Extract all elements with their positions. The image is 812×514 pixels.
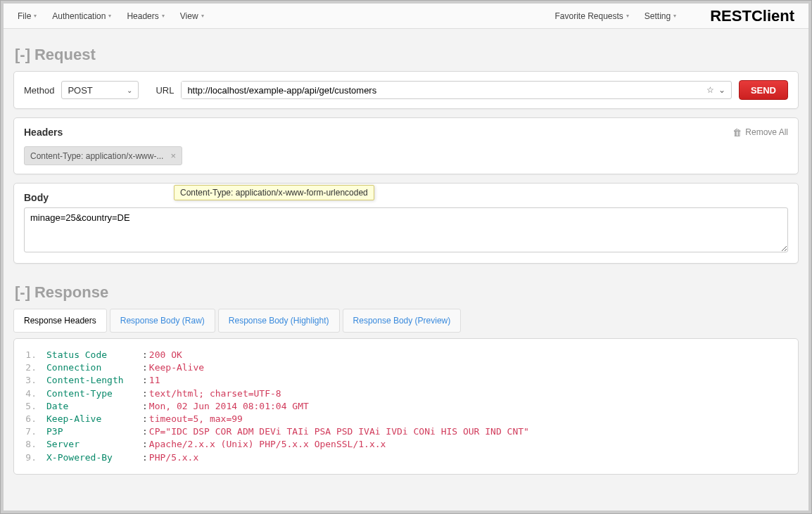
headers-title: Headers [24, 127, 63, 138]
line-number: 5. [18, 400, 46, 413]
header-value: 11 [149, 374, 160, 387]
remove-all-button[interactable]: 🗑 Remove All [732, 127, 788, 138]
menubar: File▾ Authentication▾ Headers▾ View▾ Fav… [4, 4, 808, 29]
response-headers-panel: 1.Status Code: 200 OK2.Connection: Keep-… [13, 338, 799, 475]
colon: : [142, 451, 148, 464]
header-key: X-Powered-By [46, 451, 142, 464]
menu-headers[interactable]: Headers▾ [127, 11, 164, 21]
header-key: Content-Type [46, 387, 142, 400]
send-button[interactable]: SEND [739, 80, 788, 100]
response-header-line: 9.X-Powered-By: PHP/5.x.x [18, 451, 788, 464]
colon: : [142, 413, 148, 425]
response-section-title: Response [34, 283, 108, 302]
request-section-title: Request [34, 46, 96, 64]
header-key: Server [46, 438, 142, 451]
body-title: Body [24, 192, 49, 203]
menu-file[interactable]: File▾ [18, 11, 37, 21]
header-key: Keep-Alive [46, 413, 142, 425]
tab-response-body-highlight-[interactable]: Response Body (Highlight) [218, 309, 340, 333]
response-header-line: 8.Server: Apache/2.x.x (Unix) PHP/5.x.x … [18, 438, 788, 451]
response-header-line: 7.P3P: CP="IDC DSP COR ADM DEVi TAIi PSA… [18, 425, 788, 438]
body-panel: Body [13, 183, 799, 264]
header-key: Status Code [46, 349, 142, 361]
url-label: URL [156, 85, 174, 96]
body-textarea[interactable] [24, 207, 788, 252]
colon: : [142, 400, 148, 413]
method-value: POST [68, 85, 92, 96]
menu-view[interactable]: View▾ [180, 11, 204, 21]
menu-setting[interactable]: Setting▾ [645, 11, 676, 21]
header-key: Content-Length [46, 374, 142, 387]
star-icon[interactable]: ☆ [706, 85, 714, 95]
colon: : [142, 349, 148, 361]
colon: : [142, 374, 148, 387]
close-icon[interactable]: × [170, 150, 176, 161]
response-header-line: 3.Content-Length: 11 [18, 374, 788, 387]
method-label: Method [24, 85, 54, 96]
header-value: Apache/2.x.x (Unix) PHP/5.x.x OpenSSL/1.… [149, 438, 386, 451]
header-value: Mon, 02 Jun 2014 08:01:04 GMT [149, 400, 309, 413]
method-select[interactable]: POST ⌄ [61, 81, 139, 99]
caret-icon: ▾ [108, 13, 111, 19]
caret-icon: ▾ [673, 13, 676, 19]
trash-icon: 🗑 [732, 127, 742, 138]
header-value: PHP/5.x.x [149, 451, 198, 464]
header-value: 200 OK [149, 349, 182, 361]
header-value: timeout=5, max=99 [149, 413, 243, 425]
response-header-line: 6.Keep-Alive: timeout=5, max=99 [18, 413, 788, 425]
response-tabs: Response HeadersResponse Body (Raw)Respo… [13, 309, 799, 333]
remove-all-label: Remove All [745, 127, 788, 137]
line-number: 6. [18, 413, 46, 425]
header-chip[interactable]: Content-Type: application/x-www-... × [24, 146, 182, 165]
caret-icon: ▾ [162, 13, 165, 19]
response-header-line: 2.Connection: Keep-Alive [18, 361, 788, 374]
line-number: 1. [18, 349, 46, 361]
response-header-line: 4.Content-Type: text/html; charset=UTF-8 [18, 387, 788, 400]
request-collapse-toggle[interactable]: [-] [15, 46, 30, 64]
response-header-line: 5.Date: Mon, 02 Jun 2014 08:01:04 GMT [18, 400, 788, 413]
colon: : [142, 425, 148, 438]
menu-favorite-requests[interactable]: Favorite Requests▾ [554, 11, 628, 21]
menu-authentication[interactable]: Authentication▾ [52, 11, 111, 21]
line-number: 8. [18, 438, 46, 451]
header-key: Connection [46, 361, 142, 374]
caret-icon: ▾ [201, 13, 204, 19]
header-key: Date [46, 400, 142, 413]
line-number: 3. [18, 374, 46, 387]
response-collapse-toggle[interactable]: [-] [15, 283, 30, 302]
chevron-down-icon: ⌄ [127, 86, 132, 94]
caret-icon: ▾ [626, 13, 629, 19]
colon: : [142, 438, 148, 451]
chevron-down-icon[interactable]: ⌄ [718, 85, 725, 95]
line-number: 7. [18, 425, 46, 438]
header-value: Keep-Alive [149, 361, 204, 374]
line-number: 9. [18, 451, 46, 464]
request-panel: Method POST ⌄ URL ☆ ⌄ SEND [13, 71, 799, 109]
tab-response-body-raw-[interactable]: Response Body (Raw) [110, 309, 215, 333]
response-header-line: 1.Status Code: 200 OK [18, 349, 788, 361]
header-key: P3P [46, 425, 142, 438]
header-value: CP="IDC DSP COR ADM DEVi TAIi PSA PSD IV… [149, 425, 529, 438]
line-number: 2. [18, 361, 46, 374]
line-number: 4. [18, 387, 46, 400]
header-tooltip: Content-Type: application/x-www-form-url… [174, 185, 374, 200]
caret-icon: ▾ [34, 13, 37, 19]
brand-logo: RESTClient [710, 7, 794, 25]
headers-panel: Headers 🗑 Remove All Content-Type: appli… [13, 117, 799, 174]
colon: : [142, 361, 148, 374]
tab-response-headers[interactable]: Response Headers [13, 309, 107, 333]
header-value: text/html; charset=UTF-8 [149, 387, 281, 400]
colon: : [142, 387, 148, 400]
header-chip-text: Content-Type: application/x-www-... [30, 151, 163, 161]
tab-response-body-preview-[interactable]: Response Body (Preview) [343, 309, 462, 333]
url-input[interactable] [182, 82, 700, 98]
